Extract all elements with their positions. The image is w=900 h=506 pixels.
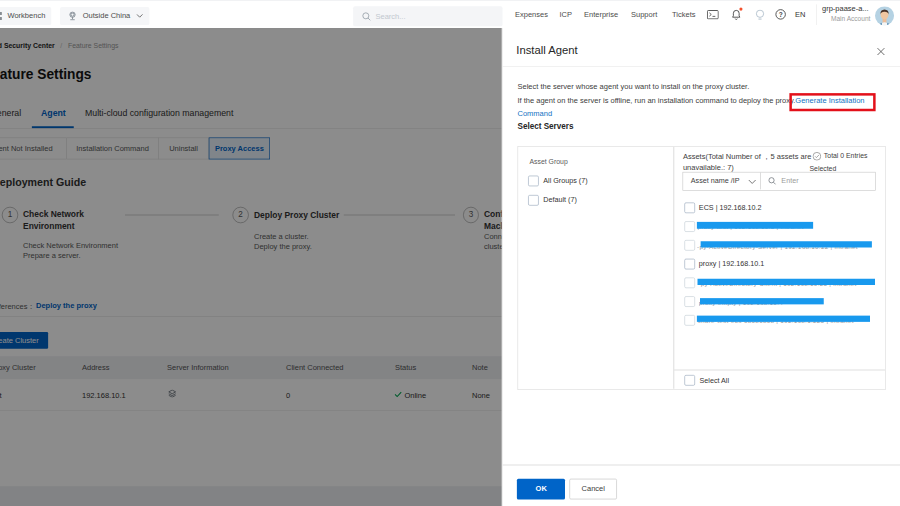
svg-text:?: ? — [779, 11, 783, 18]
